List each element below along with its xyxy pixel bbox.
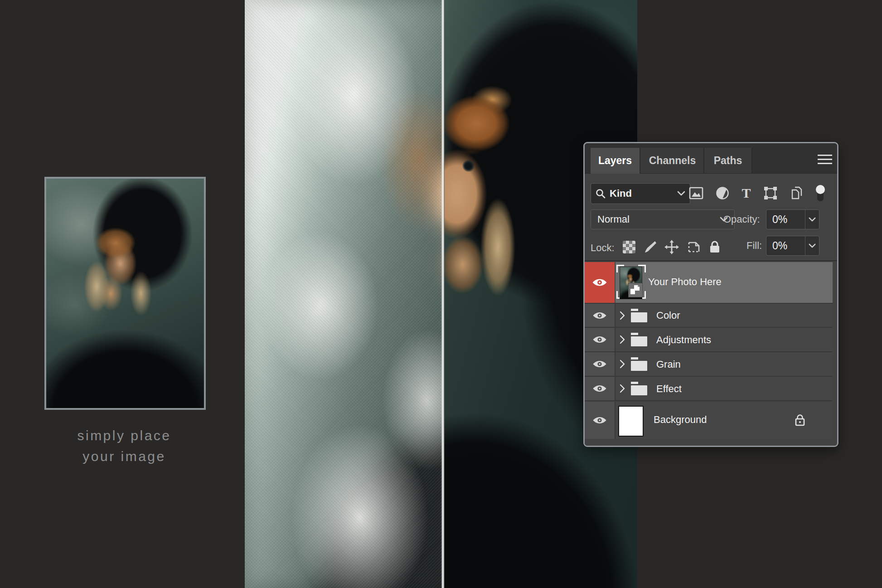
folder-icon bbox=[631, 382, 647, 395]
eye-icon bbox=[592, 416, 607, 425]
kind-filter-dropdown[interactable]: Kind bbox=[591, 183, 690, 204]
expand-chevron-icon[interactable] bbox=[619, 384, 625, 394]
visibility-toggle[interactable] bbox=[585, 402, 615, 439]
layer-row-background[interactable]: Background bbox=[585, 402, 833, 439]
chevron-down-icon bbox=[809, 243, 816, 248]
frosted-glass-texture bbox=[245, 0, 443, 588]
fill-value[interactable]: 0% bbox=[766, 236, 805, 255]
blend-mode-value: Normal bbox=[597, 214, 630, 225]
visibility-toggle[interactable] bbox=[585, 328, 615, 351]
tab-paths-label: Paths bbox=[714, 155, 742, 167]
lock-all-icon[interactable] bbox=[709, 240, 721, 254]
folder-icon bbox=[631, 309, 647, 322]
tab-paths[interactable]: Paths bbox=[703, 148, 752, 173]
filter-toggle-switch[interactable] bbox=[816, 185, 825, 201]
lock-buttons bbox=[623, 239, 721, 255]
opacity-label: Opacity: bbox=[723, 214, 760, 225]
type-layer-filter-icon[interactable]: T bbox=[741, 186, 751, 200]
layer-name: Color bbox=[656, 310, 680, 321]
smart-object-badge-icon bbox=[628, 283, 643, 297]
chevron-down-icon bbox=[809, 217, 816, 222]
caption-line-2: your image bbox=[35, 446, 213, 467]
panel-tab-strip: Layers Channels Paths bbox=[585, 143, 837, 174]
adjustment-layer-filter-icon[interactable] bbox=[716, 186, 729, 200]
visibility-toggle[interactable] bbox=[585, 377, 615, 400]
layers-panel: Layers Channels Paths Kind bbox=[583, 142, 838, 447]
folder-icon bbox=[631, 333, 647, 346]
layer-name: Your Photo Here bbox=[648, 276, 722, 288]
layer-row-adjustments[interactable]: Adjustments bbox=[585, 328, 833, 351]
opacity-value[interactable]: 0% bbox=[766, 210, 805, 229]
layer-name: Adjustments bbox=[656, 334, 711, 346]
tab-layers-label: Layers bbox=[598, 155, 632, 167]
opacity-dropdown-chevron[interactable] bbox=[805, 210, 819, 229]
fill-label: Fill: bbox=[746, 240, 762, 252]
tab-layers[interactable]: Layers bbox=[591, 148, 640, 174]
caption-line-1: simply place bbox=[35, 425, 213, 446]
layer-thumbnail[interactable] bbox=[618, 406, 644, 437]
visibility-toggle[interactable] bbox=[585, 262, 615, 303]
visibility-toggle[interactable] bbox=[585, 352, 615, 376]
tab-channels-label: Channels bbox=[649, 155, 696, 167]
lock-transparency-icon[interactable] bbox=[623, 241, 635, 253]
layer-row-effect[interactable]: Effect bbox=[585, 377, 833, 400]
frosted-glass-edge bbox=[441, 0, 445, 588]
layer-filter-icons: T bbox=[683, 183, 830, 203]
lock-pixels-icon[interactable] bbox=[643, 240, 657, 254]
pixel-layer-filter-icon[interactable] bbox=[689, 186, 703, 200]
eye-icon bbox=[592, 384, 607, 393]
eye-icon bbox=[592, 360, 607, 369]
placeholder-thumbnail-frame bbox=[44, 177, 206, 410]
eye-icon bbox=[592, 277, 607, 287]
shape-layer-filter-icon[interactable] bbox=[763, 186, 778, 200]
lock-label: Lock: bbox=[591, 242, 615, 254]
expand-chevron-icon[interactable] bbox=[619, 359, 625, 369]
fill-dropdown-chevron[interactable] bbox=[805, 236, 819, 255]
panel-menu-icon[interactable] bbox=[818, 155, 832, 164]
desktop-stage: simply place your image Layers Channels … bbox=[0, 0, 882, 588]
layer-row-color[interactable]: Color bbox=[585, 304, 833, 327]
hero-photo bbox=[245, 0, 637, 588]
layer-list: Your Photo Here Color bbox=[585, 262, 837, 446]
folder-icon bbox=[631, 357, 647, 371]
placeholder-thumbnail-photo bbox=[46, 179, 204, 408]
expand-chevron-icon[interactable] bbox=[619, 335, 625, 345]
expand-chevron-icon[interactable] bbox=[619, 311, 625, 321]
tab-channels[interactable]: Channels bbox=[640, 148, 704, 173]
layer-row-grain[interactable]: Grain bbox=[585, 352, 833, 376]
visibility-toggle[interactable] bbox=[585, 304, 615, 327]
fill-input[interactable]: 0% bbox=[766, 236, 819, 256]
lock-position-icon[interactable] bbox=[664, 240, 679, 254]
kind-label: Kind bbox=[610, 188, 632, 199]
blend-mode-dropdown[interactable]: Normal bbox=[591, 209, 735, 229]
layer-name: Effect bbox=[656, 383, 682, 395]
layer-name: Background bbox=[654, 414, 707, 426]
lock-artboard-icon[interactable] bbox=[686, 240, 702, 254]
layer-lock-icon[interactable] bbox=[794, 413, 806, 427]
smart-object-filter-icon[interactable] bbox=[790, 186, 804, 200]
divider bbox=[585, 260, 837, 261]
eye-icon bbox=[592, 335, 607, 344]
layer-row-your-photo-here[interactable]: Your Photo Here bbox=[585, 262, 833, 303]
search-icon bbox=[596, 189, 606, 199]
frosted-glass-half bbox=[245, 0, 443, 588]
eye-icon bbox=[592, 311, 607, 320]
placeholder-caption: simply place your image bbox=[35, 425, 213, 467]
layer-name: Grain bbox=[656, 359, 681, 370]
opacity-input[interactable]: 0% bbox=[766, 209, 819, 229]
